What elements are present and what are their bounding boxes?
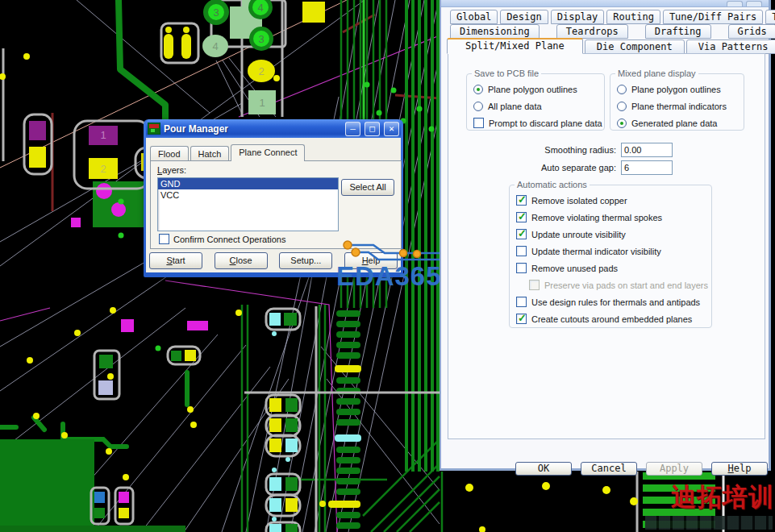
magenta-via-small	[111, 202, 126, 217]
save-group-title: Save to PCB file	[472, 69, 541, 78]
auto-separate-gap-label: Auto separate gap:	[498, 163, 621, 172]
radio-icon	[473, 102, 483, 111]
pads-app-icon	[148, 123, 160, 135]
maximize-button[interactable]: □	[365, 122, 380, 136]
tab-teardrops[interactable]: Teardrops	[556, 24, 628, 39]
select-all-button[interactable]: Select All	[341, 179, 394, 196]
tab-dimensioning[interactable]: Dimensioning	[450, 24, 540, 39]
svg-text:2: 2	[100, 163, 106, 175]
preferences-titlebar-sliver[interactable]	[441, 0, 769, 7]
checkbox-preserve-via-pads: Preserve via pads on start and end layer…	[529, 279, 711, 291]
smoothing-radius-input[interactable]	[621, 143, 673, 157]
radio-mixed-polygon-outlines[interactable]: Plane polygon outlines	[617, 83, 744, 95]
tab-display[interactable]: Display	[551, 10, 605, 24]
mixed-plane-display-group: Mixed plane display Plane polygon outlin…	[610, 69, 744, 131]
tab-routing[interactable]: Routing	[606, 10, 660, 24]
checkbox-icon	[159, 234, 169, 244]
tab-design[interactable]: Design	[500, 10, 548, 24]
radio-icon	[617, 85, 627, 94]
pads-layout-screen: 3 4 4 3 2 1 1 2	[0, 0, 775, 532]
help-button-dialog[interactable]: Help	[711, 462, 768, 476]
checkbox-prompt-discard[interactable]: Prompt to discard plane data	[473, 117, 604, 129]
tab-row-1: Global Design Display Routing Tune/Diff …	[450, 10, 775, 24]
smoothing-radius-label: Smoothing radius:	[498, 145, 621, 155]
cancel-button[interactable]: Cancel	[581, 462, 637, 476]
svg-text:2: 2	[258, 65, 264, 77]
tab-row-2: Dimensioning Teardrops Drafting Grids	[450, 24, 775, 39]
close-button[interactable]: ✕	[384, 122, 399, 136]
auto-separate-gap-input[interactable]	[621, 160, 673, 175]
setup-button[interactable]: Setup...	[279, 252, 332, 269]
pour-manager-titlebar[interactable]: Pour Manager – □ ✕	[146, 119, 401, 138]
magenta-via-large	[96, 183, 112, 199]
preferences-dialog: Global Design Display Routing Tune/Diff …	[440, 0, 771, 471]
checkbox-icon	[516, 263, 527, 273]
checkbox-remove-isolated-copper[interactable]: Remove isolated copper	[516, 194, 711, 206]
radio-plane-thermal-indicators[interactable]: Plane thermal indicators	[617, 100, 744, 112]
svg-text:3: 3	[213, 6, 219, 19]
close-action-button[interactable]: Close	[215, 252, 268, 269]
layer-item-vcc[interactable]: VCC	[158, 189, 338, 201]
confirm-connect-checkbox[interactable]: Confirm Connect Operations	[159, 234, 285, 244]
checkbox-use-design-rules[interactable]: Use design rules for thermals and antipa…	[516, 296, 711, 308]
svg-text:1: 1	[100, 129, 106, 141]
apply-button[interactable]: Apply	[646, 462, 702, 476]
tab-hatch[interactable]: Hatch	[190, 146, 230, 161]
plane-connect-panel: Layers: GND VCC Select All Confirm Conne…	[150, 160, 402, 249]
checkbox-icon	[473, 118, 484, 128]
confirm-connect-label: Confirm Connect Operations	[173, 235, 285, 244]
tab-drafting[interactable]: Drafting	[645, 24, 711, 39]
checkbox-icon	[529, 280, 540, 290]
radio-plane-polygon-outlines[interactable]: Plane polygon outlines	[473, 83, 604, 95]
checkbox-icon	[516, 229, 527, 239]
start-button[interactable]: Start	[149, 252, 202, 269]
layers-listbox[interactable]: GND VCC	[157, 177, 339, 231]
via-dot	[319, 501, 326, 507]
minimize-button[interactable]: –	[345, 122, 360, 136]
training-watermark: 迪拓培训	[645, 480, 775, 530]
highlight-pad-yellow	[335, 365, 361, 372]
copper-pour-rect	[0, 439, 94, 526]
checkbox-create-cutouts[interactable]: Create cutouts around embedded planes	[516, 313, 711, 325]
save-to-pcb-group: Save to PCB file Plane polygon outlines …	[466, 69, 605, 131]
layers-label: Layers:	[157, 165, 186, 175]
checkbox-update-thermal-indicator-visibility[interactable]: Update thermal indicator visibility	[516, 245, 711, 257]
radio-icon	[473, 85, 483, 94]
svg-text:1: 1	[259, 97, 265, 109]
tab-grids[interactable]: Grids	[728, 24, 775, 39]
window-buttons-cutoff	[727, 1, 762, 6]
eda365-text: EDA365	[336, 260, 441, 292]
ok-button[interactable]: OK	[515, 462, 572, 476]
radio-all-plane-data[interactable]: All plane data	[473, 100, 604, 112]
tab-via-patterns[interactable]: Via Patterns	[686, 39, 775, 54]
layer-item-gnd[interactable]: GND	[158, 178, 338, 189]
highlight-pad-cyan	[335, 434, 361, 442]
highlight-pad-yellow2	[328, 501, 360, 508]
training-watermark-text: 迪拓培训	[671, 480, 775, 514]
tab-thermals[interactable]: Thermals	[765, 10, 775, 24]
tab-global[interactable]: Global	[450, 10, 498, 24]
tab-die-component[interactable]: Die Component	[585, 39, 685, 54]
automatic-actions-group: Automatic actions Remove isolated copper…	[509, 180, 712, 328]
radio-generated-plane-data[interactable]: Generated plane data	[617, 117, 744, 129]
checkbox-remove-violating-thermal-spokes[interactable]: Remove violating thermal spokes	[516, 211, 711, 223]
training-watermark-subline	[645, 516, 773, 530]
split-mixed-plane-page: Save to PCB file Plane polygon outlines …	[448, 53, 765, 439]
tab-tune-diff-pairs[interactable]: Tune/Diff Pairs	[663, 10, 763, 24]
checkbox-update-unroute-visibility[interactable]: Update unroute visibility	[516, 228, 711, 240]
auto-separate-gap-row: Auto separate gap:	[498, 160, 673, 175]
checkbox-icon	[516, 297, 527, 307]
pour-manager-title: Pour Manager	[164, 123, 341, 135]
checkbox-icon	[516, 195, 527, 206]
tab-split-mixed-plane[interactable]: Split/Mixed Plane	[447, 38, 583, 54]
checkbox-remove-unused-pads[interactable]: Remove unused pads	[516, 262, 711, 274]
auto-group-title: Automatic actions	[515, 180, 590, 189]
radio-icon	[617, 102, 627, 111]
checkbox-icon	[516, 212, 527, 222]
tab-plane-connect[interactable]: Plane Connect	[231, 144, 305, 161]
pour-manager-tabs: Flood Hatch Plane Connect	[150, 144, 306, 161]
tab-row-3: Split/Mixed Plane Die Component Via Patt…	[447, 38, 775, 54]
svg-text:3: 3	[258, 33, 264, 45]
tab-flood[interactable]: Flood	[150, 146, 189, 161]
mixed-group-title: Mixed plane display	[615, 69, 698, 78]
